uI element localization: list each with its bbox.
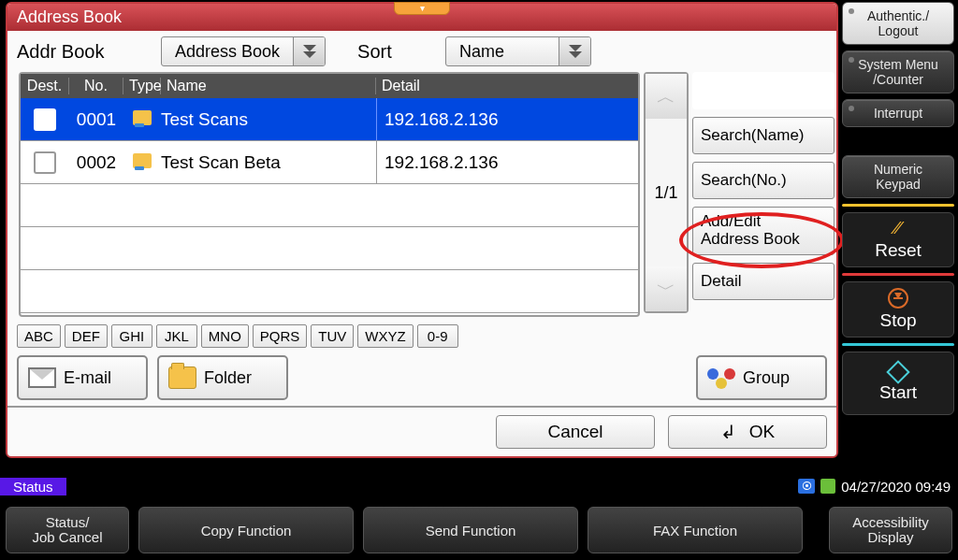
row-checkbox[interactable] [34,108,56,131]
interrupt-label: Interrupt [874,106,922,121]
reset-icon: ⁄⁄ [895,219,901,238]
side-button-column: Search(Name) Search(No.) Add/Edit Addres… [692,72,835,317]
row-checkbox[interactable] [34,151,56,174]
email-label: E-mail [64,368,111,388]
numeric-label: Numeric Keypad [874,162,922,192]
fax-function-button[interactable]: FAX Function [588,507,803,553]
alpha-filter-row: ABCDEFGHIJKLMNOPQRSTUVWXYZ0-9 [7,323,836,350]
sort-select-value: Name [446,42,559,62]
stop-button[interactable]: Stop [842,281,954,337]
mail-icon [28,367,56,388]
ok-button[interactable]: ↲ OK [668,415,827,449]
table-row[interactable]: 0002Test Scan Beta192.168.2.136 [21,141,638,184]
copy-function-button[interactable]: Copy Function [138,507,354,553]
table-row [21,270,638,313]
col-type: Type [123,78,161,94]
row-name: Test Scans [161,109,376,130]
addr-book-label: Addr Book [17,41,129,63]
col-no: No. [69,78,123,94]
accessibility-display-button[interactable]: Accessibility Display [829,507,952,553]
detail-button[interactable]: Detail [692,263,835,300]
reset-button[interactable]: ⁄⁄ Reset [842,212,954,267]
hardware-sidebar: Authentic./ Logout System Menu /Counter … [842,2,954,415]
start-button[interactable]: Start [842,352,954,415]
address-table: Dest. No. Type Name Detail 0001Test Scan… [19,72,640,317]
table-body: 0001Test Scans192.168.2.1360002Test Scan… [21,98,638,315]
alpha-filter-mno[interactable]: MNO [201,324,249,348]
col-dest: Dest. [21,78,69,94]
enter-icon: ↲ [720,421,736,443]
chevron-down-icon [293,37,325,65]
cancel-button[interactable]: Cancel [496,415,655,449]
add-edit-address-book-button[interactable]: Add/Edit Address Book [692,207,835,255]
page-info: 1/1 [654,119,677,266]
sort-label: Sort [357,41,414,63]
group-icon [707,366,735,389]
main-panel: Address Book Addr Book Address Book Sort… [6,2,838,458]
col-name: Name [161,78,376,94]
auth-logout-button[interactable]: Authentic./ Logout [842,2,954,45]
numeric-keypad-button[interactable]: Numeric Keypad [842,155,954,198]
accent-yellow [842,204,954,207]
email-button[interactable]: E-mail [17,355,148,400]
row-detail: 192.168.2.136 [376,98,638,140]
folder-icon [133,110,152,125]
addr-book-select-value: Address Book [162,42,293,62]
row-no: 0002 [69,152,123,173]
stop-label: Stop [879,310,916,331]
interrupt-button[interactable]: Interrupt [842,99,954,127]
alpha-filter-ghi[interactable]: GHI [111,324,152,348]
scroll-down-button[interactable]: ﹀ [646,266,687,311]
alpha-filter-0-9[interactable]: 0-9 [417,324,458,348]
folder-icon [133,153,152,168]
scroll-up-button[interactable]: ︿ [646,74,687,119]
reset-label: Reset [875,240,922,261]
footer: Status/ Job Cancel Copy Function Send Fu… [0,500,958,560]
scroll-column: ︿ 1/1 ﹀ [644,72,689,313]
status-job-cancel-button[interactable]: Status/ Job Cancel [6,507,129,553]
alpha-filter-abc[interactable]: ABC [17,324,61,348]
stop-icon [888,288,908,309]
table-row [21,184,638,227]
system-menu-button[interactable]: System Menu /Counter [842,50,954,93]
row-name: Test Scan Beta [161,152,376,173]
accent-cyan [842,343,954,346]
alpha-filter-def[interactable]: DEF [65,324,108,348]
col-detail: Detail [376,78,638,94]
start-label: Start [879,382,917,403]
status-tag[interactable]: Status [0,478,66,495]
sort-select[interactable]: Name [445,36,591,66]
search-name-button[interactable]: Search(Name) [692,117,835,154]
title-dropdown-tab[interactable] [394,2,450,15]
eco-icon [820,479,835,494]
addr-book-select[interactable]: Address Book [161,36,326,66]
wifi-icon: ⦿ [798,479,815,494]
row-type [123,109,161,130]
datetime: 04/27/2020 09:49 [841,479,951,495]
folder-icon [168,366,196,389]
group-label: Group [743,368,790,388]
row-type [123,152,161,173]
search-no-button[interactable]: Search(No.) [692,162,835,199]
alpha-filter-pqrs[interactable]: PQRS [253,324,308,348]
table-row[interactable]: 0001Test Scans192.168.2.136 [21,98,638,141]
window-title: Address Book [17,7,122,26]
send-function-button[interactable]: Send Function [363,507,578,553]
ok-label: OK [749,422,775,442]
title-bar: Address Book [7,4,836,31]
system-menu-label: System Menu /Counter [858,57,938,87]
group-button[interactable]: Group [696,355,827,400]
row-no: 0001 [69,109,123,130]
cancel-label: Cancel [547,422,602,442]
row-detail: 192.168.2.136 [376,141,638,183]
alpha-filter-jkl[interactable]: JKL [156,324,197,348]
table-header: Dest. No. Type Name Detail [21,74,638,98]
folder-button[interactable]: Folder [157,355,288,400]
auth-label: Authentic./ Logout [867,8,929,38]
side-blank [692,72,835,109]
action-row: Cancel ↲ OK [7,406,836,456]
table-area: Dest. No. Type Name Detail 0001Test Scan… [7,72,836,323]
accent-red [842,273,954,276]
alpha-filter-wxyz[interactable]: WXYZ [357,324,413,348]
alpha-filter-tuv[interactable]: TUV [311,324,354,348]
